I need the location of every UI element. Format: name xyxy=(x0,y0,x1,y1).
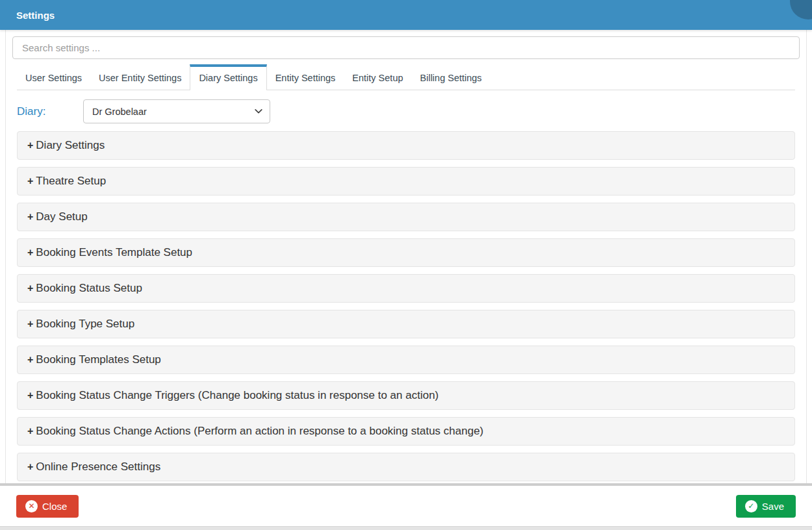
accordion-section[interactable]: +Theatre Setup xyxy=(17,167,795,196)
expand-plus-icon: + xyxy=(27,354,33,366)
app-header: Settings xyxy=(0,0,812,30)
close-button[interactable]: ✕ Close xyxy=(16,495,79,518)
diary-select[interactable]: Dr Grobelaar xyxy=(83,99,270,123)
footer-bar: ✕ Close ✓ Save xyxy=(0,483,812,526)
expand-plus-icon: + xyxy=(27,461,33,473)
tab-billing-settings[interactable]: Billing Settings xyxy=(412,65,490,90)
accordion-section-title: Booking Status Setup xyxy=(36,282,142,295)
expand-plus-icon: + xyxy=(27,140,33,151)
accordion-section-title: Day Setup xyxy=(36,210,87,223)
diary-select-wrap: Dr Grobelaar xyxy=(83,99,270,123)
accordion-section[interactable]: +Booking Templates Setup xyxy=(17,346,795,374)
accordion-section-title: Booking Events Template Setup xyxy=(36,246,192,259)
accordion-section[interactable]: +Diary Settings xyxy=(17,131,795,160)
bottom-divider xyxy=(0,526,812,530)
expand-plus-icon: + xyxy=(27,390,33,401)
expand-plus-icon: + xyxy=(27,247,33,259)
accordion-section-title: Booking Templates Setup xyxy=(36,353,160,366)
page-title: Settings xyxy=(16,10,55,21)
expand-plus-icon: + xyxy=(27,318,33,330)
accordion-section-title: Theatre Setup xyxy=(36,175,106,188)
search-input[interactable] xyxy=(12,36,800,59)
close-button-label: Close xyxy=(42,501,67,512)
tab-entity-setup[interactable]: Entity Setup xyxy=(344,65,411,90)
expand-plus-icon: + xyxy=(27,283,33,294)
settings-tabs: User SettingsUser Entity SettingsDiary S… xyxy=(17,64,795,90)
diary-label: Diary: xyxy=(17,105,83,118)
expand-plus-icon: + xyxy=(27,175,33,187)
expand-plus-icon: + xyxy=(27,211,33,223)
accordion-section[interactable]: +Booking Status Change Actions (Perform … xyxy=(17,417,795,446)
accordion-section[interactable]: +Booking Status Setup xyxy=(17,274,795,303)
accordion-section-title: Online Presence Settings xyxy=(36,461,160,473)
check-circle-icon: ✓ xyxy=(745,500,757,512)
accordion-section-title: Booking Status Change Triggers (Change b… xyxy=(36,389,438,402)
accordion-section-title: Booking Type Setup xyxy=(36,318,134,331)
accordion-section[interactable]: +Online Presence Settings xyxy=(17,453,795,481)
tab-diary-settings[interactable]: Diary Settings xyxy=(190,64,266,90)
accordion-section[interactable]: +Booking Type Setup xyxy=(17,310,795,338)
corner-bubble-decoration xyxy=(790,0,812,19)
tab-entity-settings[interactable]: Entity Settings xyxy=(267,65,344,90)
diary-selector-row: Diary: Dr Grobelaar xyxy=(17,99,795,123)
accordion-section[interactable]: +Booking Status Change Triggers (Change … xyxy=(17,381,795,410)
settings-panel: User SettingsUser Entity SettingsDiary S… xyxy=(5,30,807,483)
save-button[interactable]: ✓ Save xyxy=(736,495,796,518)
save-button-label: Save xyxy=(762,501,784,512)
accordion-section[interactable]: +Booking Events Template Setup xyxy=(17,238,795,267)
x-circle-icon: ✕ xyxy=(25,500,38,512)
accordion-section-title: Diary Settings xyxy=(36,139,105,152)
accordion-section-title: Booking Status Change Actions (Perform a… xyxy=(36,425,483,438)
tab-user-entity-settings[interactable]: User Entity Settings xyxy=(90,65,190,90)
settings-accordion: +Diary Settings+Theatre Setup+Day Setup+… xyxy=(17,131,795,481)
tab-user-settings[interactable]: User Settings xyxy=(17,65,90,90)
expand-plus-icon: + xyxy=(27,425,33,437)
accordion-section[interactable]: +Day Setup xyxy=(17,203,795,231)
